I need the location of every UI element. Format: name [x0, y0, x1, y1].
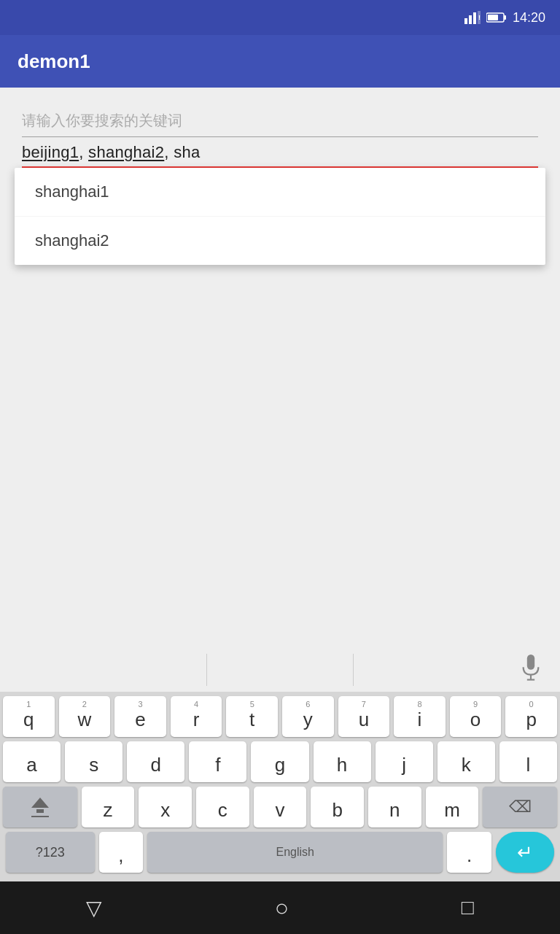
svg-rect-8: [527, 655, 534, 670]
key-x[interactable]: x: [139, 787, 192, 827]
key-l[interactable]: l: [499, 741, 557, 782]
keyboard-spacer: [0, 648, 560, 692]
key-z[interactable]: z: [82, 787, 135, 827]
key-m[interactable]: m: [426, 787, 479, 827]
key-c[interactable]: c: [196, 787, 249, 827]
period-key[interactable]: .: [447, 832, 491, 873]
svg-text:!: !: [478, 14, 481, 21]
comma-key[interactable]: ,: [99, 832, 144, 873]
autocomplete-item-0[interactable]: shanghai1: [15, 168, 545, 217]
enter-icon: ↵: [517, 841, 533, 864]
key-h[interactable]: h: [314, 741, 371, 782]
key-y[interactable]: 6y: [282, 696, 334, 737]
key-f[interactable]: f: [189, 741, 246, 782]
app-bar: demon1: [0, 35, 560, 88]
space-key[interactable]: English: [147, 832, 443, 873]
key-e[interactable]: 3e: [114, 696, 166, 737]
nav-recents-icon[interactable]: □: [462, 896, 474, 919]
keyboard-bottom-row: ?123 , English . ↵: [3, 832, 557, 873]
autocomplete-item-1[interactable]: shanghai2: [15, 217, 545, 265]
svg-rect-7: [488, 15, 498, 20]
key-d[interactable]: d: [127, 741, 184, 782]
signal-icon: !: [464, 11, 481, 24]
key-w[interactable]: 2w: [59, 696, 111, 737]
nav-bar: ▽ ○ □: [0, 881, 560, 934]
key-b[interactable]: b: [311, 787, 364, 827]
keyboard: 1q 2w 3e 4r 5t 6y 7u 8i 9o 0p a s d f g …: [0, 692, 560, 881]
spacer-dividers: [206, 670, 354, 686]
key-a[interactable]: a: [3, 741, 61, 782]
svg-rect-2: [473, 12, 476, 24]
shift-icon: [31, 798, 49, 817]
sym-label: ?123: [36, 845, 65, 860]
status-time: 14:20: [513, 10, 545, 26]
battery-icon: [486, 12, 507, 23]
mic-icon-area[interactable]: [519, 655, 542, 685]
search-field[interactable]: 请输入你要搜索的关键词 beijing1, shanghai2, sha sha…: [22, 105, 538, 168]
period-label: .: [467, 844, 472, 867]
key-k[interactable]: k: [438, 741, 495, 782]
status-icons: ! 14:20: [464, 10, 545, 26]
main-content: 请输入你要搜索的关键词 beijing1, shanghai2, sha sha…: [0, 88, 560, 648]
keyboard-row-2: a s d f g h j k l: [3, 741, 557, 782]
nav-home-icon[interactable]: ○: [275, 895, 289, 922]
key-s[interactable]: s: [65, 741, 122, 782]
mic-icon[interactable]: [519, 655, 542, 682]
keyboard-row-1: 1q 2w 3e 4r 5t 6y 7u 8i 9o 0p: [3, 696, 557, 737]
svg-rect-1: [469, 15, 472, 24]
search-placeholder: 请输入你要搜索的关键词: [22, 105, 538, 137]
autocomplete-dropdown: shanghai1 shanghai2: [15, 168, 545, 265]
search-input-beijing: beijing1: [22, 143, 79, 161]
comma-label: ,: [118, 844, 123, 867]
shift-key[interactable]: [3, 787, 77, 827]
svg-rect-6: [504, 15, 506, 20]
divider-left: [206, 654, 207, 686]
search-input-display[interactable]: beijing1, shanghai2, sha: [22, 137, 538, 168]
key-n[interactable]: n: [368, 787, 421, 827]
nav-back-icon[interactable]: ▽: [86, 896, 102, 920]
keyboard-row-3: z x c v b n m ⌫: [3, 787, 557, 827]
key-u[interactable]: 7u: [338, 696, 390, 737]
sym-key[interactable]: ?123: [6, 832, 95, 873]
key-p[interactable]: 0p: [505, 696, 557, 737]
key-o[interactable]: 9o: [450, 696, 502, 737]
divider-right: [353, 654, 354, 686]
status-bar: ! 14:20: [0, 0, 560, 35]
key-v[interactable]: v: [254, 787, 307, 827]
key-q[interactable]: 1q: [3, 696, 55, 737]
backspace-icon: ⌫: [509, 798, 532, 817]
backspace-key[interactable]: ⌫: [483, 787, 557, 827]
key-i[interactable]: 8i: [394, 696, 446, 737]
key-j[interactable]: j: [376, 741, 433, 782]
key-g[interactable]: g: [251, 741, 308, 782]
app-title: demon1: [18, 50, 90, 73]
search-input-shanghai2: shanghai2: [88, 143, 164, 161]
key-t[interactable]: 5t: [226, 696, 278, 737]
svg-rect-0: [464, 18, 467, 24]
space-label: English: [276, 846, 314, 859]
key-r[interactable]: 4r: [171, 696, 222, 737]
enter-key[interactable]: ↵: [496, 832, 554, 873]
